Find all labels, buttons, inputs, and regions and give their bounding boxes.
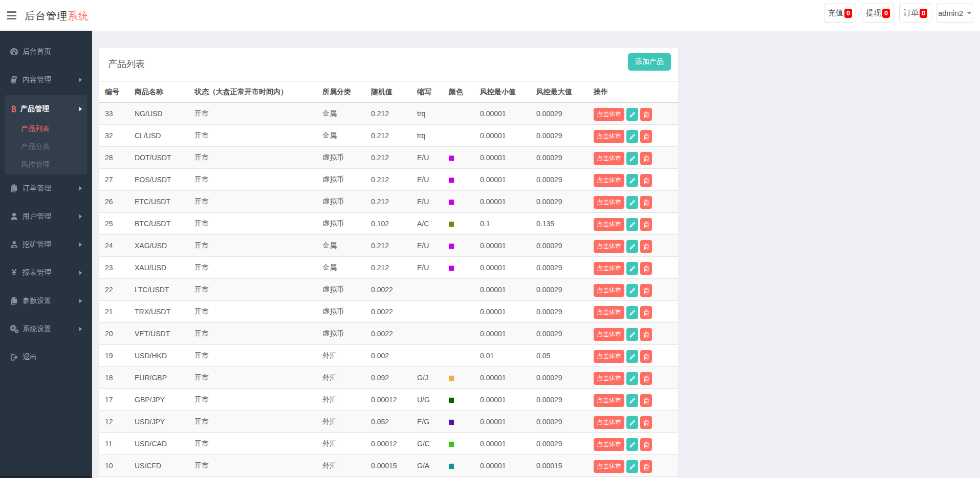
svg-text:¥: ¥ <box>12 268 16 277</box>
